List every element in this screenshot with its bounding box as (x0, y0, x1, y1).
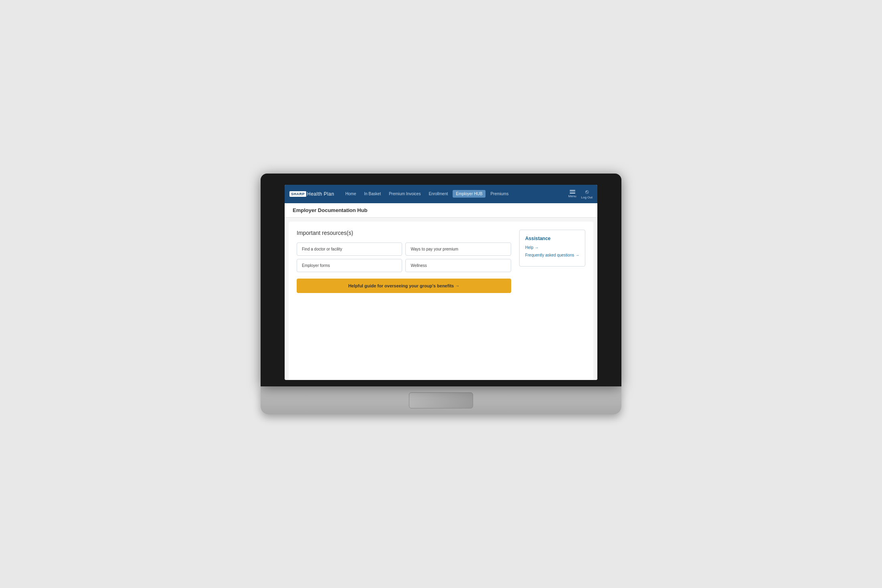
content-area: Important resources(s) Find a doctor or … (289, 222, 593, 380)
resource-employer-forms[interactable]: Employer forms (297, 259, 402, 272)
nav-right-actions: Menu ⎋ Log Out (568, 188, 593, 199)
hamburger-line-2 (570, 192, 575, 192)
hamburger-line-1 (570, 190, 575, 191)
menu-button[interactable]: Menu (568, 190, 577, 198)
navigation-bar: SHARP Health Plan Home In Basket Premium… (285, 185, 597, 203)
hamburger-icon (570, 190, 575, 194)
nav-in-basket[interactable]: In Basket (361, 190, 384, 198)
main-layout: Important resources(s) Find a doctor or … (297, 230, 585, 293)
laptop-container: SHARP Health Plan Home In Basket Premium… (261, 174, 621, 415)
page-header: Employer Documentation Hub (285, 203, 597, 218)
resources-section-title: Important resources(s) (297, 230, 511, 236)
laptop-trackpad (409, 392, 473, 408)
resources-grid: Find a doctor or facility Ways to pay yo… (297, 242, 511, 272)
nav-premium-invoices[interactable]: Premium Invoices (386, 190, 424, 198)
page-title: Employer Documentation Hub (293, 207, 367, 213)
logout-label: Log Out (581, 196, 593, 199)
nav-enrollment[interactable]: Enrollment (425, 190, 451, 198)
nav-links-container: Home In Basket Premium Invoices Enrollme… (342, 190, 568, 198)
logo-sharp-text: SHARP (289, 191, 306, 197)
app-root: SHARP Health Plan Home In Basket Premium… (285, 185, 597, 380)
assistance-card: Assistance Help → Frequently asked quest… (519, 230, 585, 267)
logout-icon: ⎋ (585, 188, 589, 195)
nav-employer-hub[interactable]: Employer HUB (453, 190, 486, 198)
page-content: Employer Documentation Hub Important res… (285, 203, 597, 380)
laptop-screen: SHARP Health Plan Home In Basket Premium… (285, 185, 597, 380)
logout-button[interactable]: ⎋ Log Out (581, 188, 593, 199)
resource-ways-to-pay[interactable]: Ways to pay your premium (405, 242, 511, 256)
nav-home[interactable]: Home (342, 190, 360, 198)
menu-label: Menu (568, 194, 577, 198)
nav-premiums[interactable]: Premiums (487, 190, 512, 198)
assistance-title: Assistance (525, 236, 579, 241)
helpful-guide-button[interactable]: Helpful guide for overseeing your group'… (297, 279, 511, 293)
logo-area: SHARP Health Plan (289, 191, 334, 197)
resource-find-doctor[interactable]: Find a doctor or facility (297, 242, 402, 256)
resources-section: Important resources(s) Find a doctor or … (297, 230, 511, 293)
laptop-base (261, 386, 621, 414)
assistance-faq-link[interactable]: Frequently asked questions → (525, 253, 579, 257)
screen-bezel: SHARP Health Plan Home In Basket Premium… (261, 174, 621, 387)
hamburger-line-3 (570, 193, 575, 194)
logo-health-plan-text: Health Plan (307, 191, 334, 197)
resource-wellness[interactable]: Wellness (405, 259, 511, 272)
assistance-help-link[interactable]: Help → (525, 245, 579, 250)
